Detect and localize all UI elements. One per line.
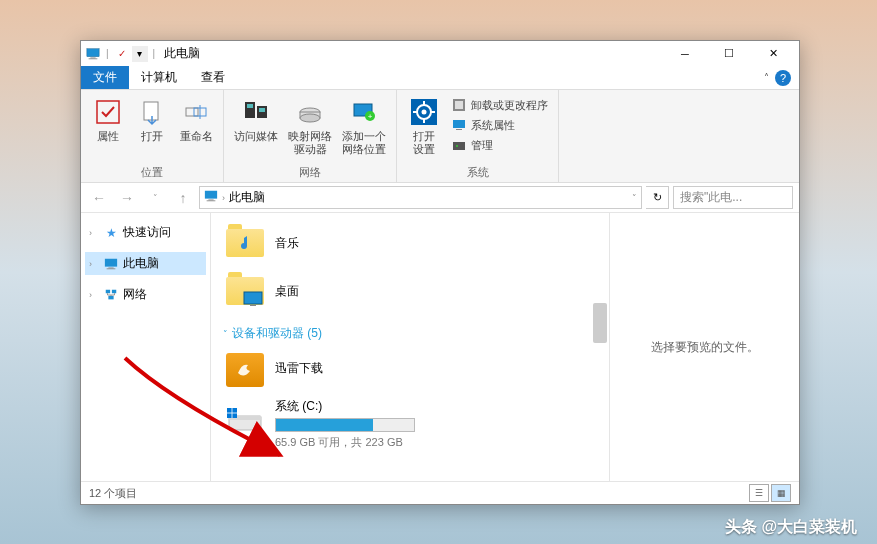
pc-icon[interactable] xyxy=(85,46,101,62)
back-button[interactable]: ← xyxy=(87,186,111,210)
drive-label: 系统 (C:) xyxy=(275,398,415,415)
folder-music[interactable]: 音乐 xyxy=(219,219,601,267)
svg-rect-1 xyxy=(90,57,95,58)
manage-icon xyxy=(451,137,467,153)
drive-icon xyxy=(294,96,326,128)
explorer-window: | ✓ ▾ | 此电脑 ─ ☐ ✕ 文件 计算机 查看 ˄ ? 属性 xyxy=(80,40,800,505)
svg-rect-0 xyxy=(87,48,99,56)
svg-rect-2 xyxy=(89,58,98,59)
content-area: › ★ 快速访问 › 此电脑 › 网络 xyxy=(81,213,799,481)
svg-rect-41 xyxy=(250,305,256,306)
svg-text:+: + xyxy=(368,112,373,121)
file-list[interactable]: 音乐 桌面 ˅ 设备和驱动器 (5) xyxy=(211,213,609,481)
svg-point-14 xyxy=(300,114,320,122)
drive-c[interactable]: 系统 (C:) 65.9 GB 可用，共 223 GB xyxy=(219,394,601,454)
ribbon-group-location: 属性 打开 重命名 位置 xyxy=(81,90,224,182)
maximize-button[interactable]: ☐ xyxy=(707,41,751,66)
manage-button[interactable]: 管理 xyxy=(449,136,550,154)
tiles-view-button[interactable]: ▦ xyxy=(771,484,791,502)
tab-computer[interactable]: 计算机 xyxy=(129,66,189,89)
map-drive-button[interactable]: 映射网络 驱动器 xyxy=(286,94,334,158)
details-view-button[interactable]: ☰ xyxy=(749,484,769,502)
ribbon-label: 添加一个 网络位置 xyxy=(342,130,386,156)
chevron-right-icon: › xyxy=(89,228,99,238)
dropdown-icon[interactable]: ˅ xyxy=(632,193,637,203)
ribbon-label: 重命名 xyxy=(180,130,213,143)
nav-network[interactable]: › 网络 xyxy=(85,283,206,306)
open-button[interactable]: 打开 xyxy=(133,94,171,145)
xunlei-icon xyxy=(225,350,265,390)
svg-point-44 xyxy=(256,425,259,428)
svg-rect-40 xyxy=(244,292,262,304)
svg-rect-31 xyxy=(205,191,217,199)
drive-details: 系统 (C:) 65.9 GB 可用，共 223 GB xyxy=(275,398,415,450)
chevron-right-icon: › xyxy=(89,259,99,269)
checkmark-icon xyxy=(92,96,124,128)
open-icon xyxy=(136,96,168,128)
folder-xunlei[interactable]: 迅雷下载 xyxy=(219,346,601,394)
system-small-list: 卸载或更改程序 系统属性 管理 xyxy=(449,94,550,156)
close-button[interactable]: ✕ xyxy=(751,41,795,66)
svg-rect-37 xyxy=(106,289,110,293)
qat-separator: | xyxy=(106,48,109,59)
rename-button[interactable]: 重命名 xyxy=(177,94,215,145)
devices-section-header[interactable]: ˅ 设备和驱动器 (5) xyxy=(219,315,601,346)
item-count: 12 个项目 xyxy=(89,486,137,501)
nav-this-pc[interactable]: › 此电脑 xyxy=(85,252,206,275)
breadcrumb-sep: › xyxy=(222,193,225,203)
nav-quick-access[interactable]: › ★ 快速访问 xyxy=(85,221,206,244)
up-button[interactable]: ↑ xyxy=(171,186,195,210)
ribbon-group-network: 访问媒体 映射网络 驱动器 + 添加一个 网络位置 网络 xyxy=(224,90,397,182)
dropdown-icon[interactable]: ▾ xyxy=(132,46,148,62)
tab-file[interactable]: 文件 xyxy=(81,66,129,89)
forward-button[interactable]: → xyxy=(115,186,139,210)
ribbon-group-name: 系统 xyxy=(405,163,550,180)
network-icon xyxy=(103,287,119,303)
window-controls: ─ ☐ ✕ xyxy=(663,41,795,66)
svg-rect-49 xyxy=(233,414,238,419)
ribbon-tabs: 文件 计算机 查看 ˄ ? xyxy=(81,66,799,90)
add-location-button[interactable]: + 添加一个 网络位置 xyxy=(340,94,388,158)
svg-rect-33 xyxy=(207,200,216,201)
ribbon-label: 属性 xyxy=(97,130,119,143)
star-icon: ★ xyxy=(103,225,119,241)
ribbon-group-system: 打开 设置 卸载或更改程序 系统属性 管理 xyxy=(397,90,559,182)
help-icon[interactable]: ? xyxy=(775,70,791,86)
refresh-button[interactable]: ↻ xyxy=(646,186,669,209)
open-settings-button[interactable]: 打开 设置 xyxy=(405,94,443,158)
svg-rect-26 xyxy=(455,101,463,109)
ribbon-group-name: 网络 xyxy=(232,163,388,180)
ribbon-label: 系统属性 xyxy=(471,118,515,133)
ribbon-group-name: 位置 xyxy=(89,163,215,180)
nav-label: 快速访问 xyxy=(123,224,171,241)
system-properties-button[interactable]: 系统属性 xyxy=(449,116,550,134)
svg-rect-38 xyxy=(112,289,116,293)
item-label: 音乐 xyxy=(275,235,299,252)
properties-button[interactable]: 属性 xyxy=(89,94,127,145)
svg-rect-47 xyxy=(233,408,238,413)
uninstall-button[interactable]: 卸载或更改程序 xyxy=(449,96,550,114)
recent-dropdown[interactable]: ˅ xyxy=(143,186,167,210)
svg-rect-11 xyxy=(259,108,265,112)
folder-desktop[interactable]: 桌面 xyxy=(219,267,601,315)
svg-rect-48 xyxy=(227,414,232,419)
chevron-right-icon: › xyxy=(89,290,99,300)
title-bar: | ✓ ▾ | 此电脑 ─ ☐ ✕ xyxy=(81,41,799,66)
minimize-button[interactable]: ─ xyxy=(663,41,707,66)
breadcrumb-item[interactable]: 此电脑 xyxy=(229,189,265,206)
chevron-up-icon[interactable]: ˄ xyxy=(764,72,769,83)
uninstall-icon xyxy=(451,97,467,113)
svg-point-20 xyxy=(422,110,427,115)
scrollbar-thumb[interactable] xyxy=(593,303,607,343)
media-icon xyxy=(240,96,272,128)
search-input[interactable]: 搜索"此电... xyxy=(673,186,793,209)
svg-rect-34 xyxy=(105,258,117,266)
pc-icon xyxy=(103,256,119,272)
access-media-button[interactable]: 访问媒体 xyxy=(232,94,280,145)
ribbon: 属性 打开 重命名 位置 访问媒体 xyxy=(81,90,799,183)
svg-rect-29 xyxy=(453,142,465,150)
breadcrumb[interactable]: › 此电脑 ˅ xyxy=(199,186,642,209)
item-label: 迅雷下载 xyxy=(275,360,323,377)
checkmark-icon[interactable]: ✓ xyxy=(114,46,130,62)
tab-view[interactable]: 查看 xyxy=(189,66,237,89)
